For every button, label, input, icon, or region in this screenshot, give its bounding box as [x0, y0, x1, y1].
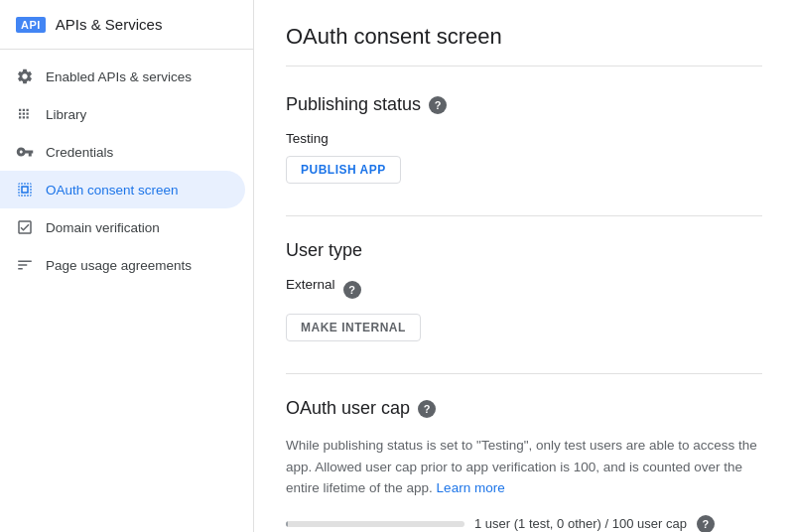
progress-help-icon[interactable]: ? — [697, 515, 715, 532]
sidebar-item-domain-label: Domain verification — [46, 220, 160, 235]
oauth-user-cap-section: OAuth user cap ? While publishing status… — [286, 398, 762, 532]
user-type-label: External — [286, 277, 335, 292]
sidebar-item-enabled-apis[interactable]: Enabled APIs & services — [0, 58, 245, 95]
checkbox-icon — [16, 218, 34, 236]
settings-icon — [16, 256, 34, 274]
sidebar-item-library-label: Library — [46, 107, 86, 122]
publish-app-button[interactable]: PUBLISH APP — [286, 156, 401, 184]
page-title: OAuth consent screen — [286, 24, 762, 66]
oauth-user-cap-title: OAuth user cap ? — [286, 398, 762, 419]
sidebar-item-credentials-label: Credentials — [46, 145, 113, 160]
progress-bar-fill — [286, 521, 288, 527]
key-icon — [16, 143, 34, 161]
sidebar-title: APIs & Services — [56, 16, 163, 33]
sidebar-header: API APIs & Services — [0, 0, 253, 50]
sidebar-nav: Enabled APIs & services Library Credenti… — [0, 50, 253, 292]
make-internal-button[interactable]: MAKE INTERNAL — [286, 314, 421, 341]
publishing-status-help-icon[interactable]: ? — [429, 96, 447, 114]
sidebar-item-credentials[interactable]: Credentials — [0, 133, 245, 171]
grid-icon — [16, 105, 34, 123]
user-type-row: External ? — [286, 277, 762, 302]
user-type-title: User type — [286, 240, 762, 261]
learn-more-link[interactable]: Learn more — [437, 480, 505, 495]
progress-label: 1 user (1 test, 0 other) / 100 user cap — [474, 516, 687, 531]
sidebar-item-domain-verification[interactable]: Domain verification — [0, 208, 245, 246]
progress-bar-wrap — [286, 521, 464, 527]
cap-description: While publishing status is set to "Testi… — [286, 435, 762, 499]
oauth-user-cap-help-icon[interactable]: ? — [418, 400, 436, 418]
sidebar-item-library[interactable]: Library — [0, 95, 245, 133]
sidebar: API APIs & Services Enabled APIs & servi… — [0, 0, 254, 532]
list-icon — [16, 181, 34, 199]
sidebar-item-oauth-consent[interactable]: OAuth consent screen — [0, 171, 245, 208]
user-type-help-icon[interactable]: ? — [343, 281, 361, 299]
sidebar-item-page-usage-label: Page usage agreements — [46, 258, 192, 273]
progress-row: 1 user (1 test, 0 other) / 100 user cap … — [286, 515, 762, 532]
gear-icon — [16, 67, 34, 85]
main-content: OAuth consent screen Publishing status ?… — [254, 0, 794, 532]
publishing-status-section: Publishing status ? Testing PUBLISH APP — [286, 94, 762, 184]
user-type-section: User type External ? MAKE INTERNAL — [286, 240, 762, 341]
divider-1 — [286, 215, 762, 216]
publishing-status-label: Testing — [286, 131, 762, 146]
publishing-status-title: Publishing status ? — [286, 94, 762, 115]
sidebar-item-page-usage[interactable]: Page usage agreements — [0, 246, 245, 284]
divider-2 — [286, 373, 762, 374]
api-badge: API — [16, 17, 46, 33]
sidebar-item-enabled-apis-label: Enabled APIs & services — [46, 69, 192, 84]
sidebar-item-oauth-label: OAuth consent screen — [46, 183, 179, 198]
